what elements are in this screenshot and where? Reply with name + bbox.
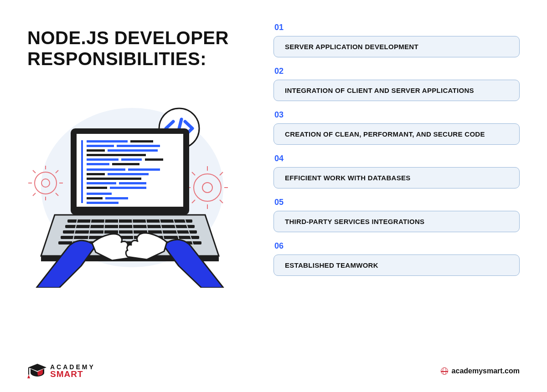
svg-rect-42	[87, 178, 141, 180]
responsibilities-list: 01 SERVER APPLICATION DEVELOPMENT 02 INT…	[274, 23, 520, 288]
svg-line-9	[33, 193, 36, 196]
svg-rect-50	[87, 202, 119, 204]
svg-rect-25	[81, 140, 83, 203]
svg-rect-30	[87, 149, 105, 152]
graduation-cap-icon	[27, 363, 47, 379]
svg-rect-27	[130, 140, 153, 143]
svg-line-7	[33, 170, 36, 173]
page-title: NODE.JS DEVELOPER RESPONSIBILITIES:	[27, 27, 264, 69]
svg-rect-39	[128, 168, 160, 171]
item-number: 05	[274, 198, 520, 207]
svg-rect-31	[108, 149, 158, 152]
svg-rect-26	[87, 140, 128, 143]
svg-rect-35	[145, 158, 163, 161]
svg-rect-47	[87, 193, 112, 195]
svg-rect-33	[87, 158, 119, 161]
logo-text: ACADEMY SMART	[50, 364, 95, 378]
item-box: ESTABLISHED TEAMWORK	[274, 255, 520, 276]
svg-rect-34	[121, 158, 142, 161]
item-number: 06	[274, 241, 520, 251]
svg-rect-45	[87, 187, 107, 189]
globe-icon	[441, 367, 448, 375]
url-text: academysmart.com	[452, 367, 520, 375]
svg-rect-37	[112, 163, 139, 165]
svg-rect-48	[87, 197, 103, 199]
svg-rect-43	[87, 182, 116, 184]
svg-rect-28	[87, 145, 114, 147]
website-url: academysmart.com	[441, 367, 520, 375]
item-box: EFFICIENT WORK WITH DATABASES	[274, 167, 520, 188]
svg-rect-44	[119, 182, 146, 184]
list-item: 06 ESTABLISHED TEAMWORK	[274, 241, 520, 276]
item-number: 02	[274, 66, 520, 76]
footer: ACADEMY SMART academysmart.com	[0, 363, 547, 379]
svg-rect-46	[110, 187, 146, 189]
svg-rect-32	[87, 154, 146, 156]
svg-rect-41	[108, 173, 149, 175]
svg-rect-40	[87, 173, 105, 175]
item-number: 03	[274, 110, 520, 120]
item-number: 04	[274, 154, 520, 163]
item-box: CREATION OF CLEAN, PERFORMANT, AND SECUR…	[274, 123, 520, 145]
item-box: THIRD-PARTY SERVICES INTEGRATIONS	[274, 211, 520, 232]
list-item: 04 EFFICIENT WORK WITH DATABASES	[274, 154, 520, 188]
svg-rect-38	[87, 168, 125, 171]
laptop-illustration	[27, 97, 228, 288]
item-box: SERVER APPLICATION DEVELOPMENT	[274, 36, 520, 57]
list-item: 05 THIRD-PARTY SERVICES INTEGRATIONS	[274, 198, 520, 232]
svg-rect-29	[117, 145, 160, 147]
list-item: 03 CREATION OF CLEAN, PERFORMANT, AND SE…	[274, 110, 520, 145]
svg-rect-36	[87, 163, 109, 165]
item-number: 01	[274, 23, 520, 32]
svg-rect-49	[105, 197, 128, 199]
logo-text-bottom: SMART	[50, 370, 95, 378]
brand-logo: ACADEMY SMART	[27, 363, 95, 379]
left-column: NODE.JS DEVELOPER RESPONSIBILITIES:	[27, 23, 274, 288]
list-item: 02 INTEGRATION OF CLIENT AND SERVER APPL…	[274, 66, 520, 101]
list-item: 01 SERVER APPLICATION DEVELOPMENT	[274, 23, 520, 57]
item-box: INTEGRATION OF CLIENT AND SERVER APPLICA…	[274, 80, 520, 101]
